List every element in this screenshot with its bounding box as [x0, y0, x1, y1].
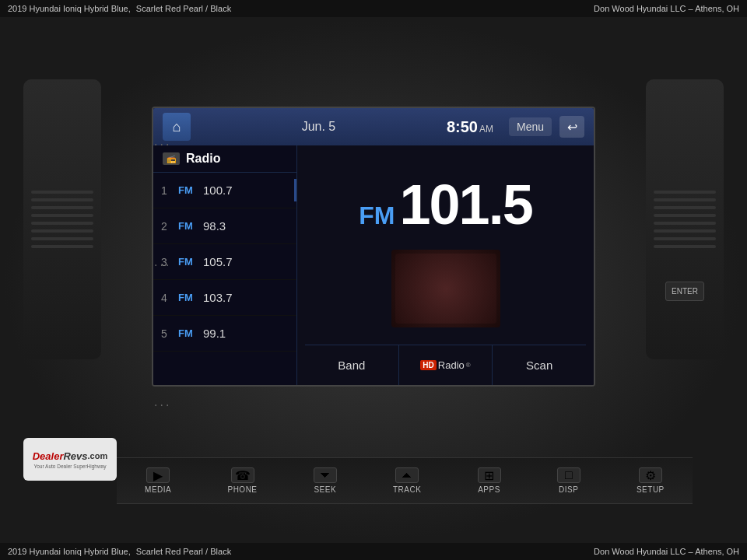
vent-slot — [654, 245, 716, 248]
vent-slot — [31, 191, 93, 194]
current-band: FM — [359, 201, 395, 230]
watermark-tagline: Your Auto Dealer SuperHighway — [34, 464, 107, 469]
right-vent — [646, 79, 724, 359]
preset-band: FM — [178, 184, 200, 196]
dots-left-top: ··· — [154, 138, 171, 152]
watermark-revs: Revs — [63, 450, 87, 462]
seek-button[interactable]: ⏷ SEEK — [314, 467, 337, 494]
vent-slot — [31, 229, 93, 233]
setup-button[interactable]: ⚙ SETUP — [637, 467, 665, 494]
back-button[interactable]: ↩ — [559, 116, 584, 138]
radio-controls: Band HD Radio ® Scan — [305, 345, 586, 385]
header-time: 8:50 — [447, 118, 478, 136]
frequency-display: FM 101.5 — [359, 177, 531, 233]
apps-label: APPS — [478, 485, 500, 494]
bottom-bar: 2019 Hyundai Ioniq Hybrid Blue, Scarlet … — [0, 543, 747, 560]
dashboard-background: ⌂ Jun. 5 8:50 AM Menu ↩ 📻 Radio 1 FM — [0, 17, 747, 543]
preset-band: FM — [178, 327, 200, 339]
seek-icon: ⏷ — [314, 467, 337, 483]
hd-radio-button[interactable]: HD Radio ® — [399, 345, 493, 385]
home-button[interactable]: ⌂ — [163, 113, 191, 141]
vent-slot — [31, 237, 93, 240]
top-bar-left: 2019 Hyundai Ioniq Hybrid Blue, Scarlet … — [8, 4, 231, 13]
preset-item-1[interactable]: 1 FM 100.7 — [153, 173, 296, 208]
station-art — [391, 250, 500, 327]
vent-slot — [654, 214, 716, 217]
bottom-bar-left: 2019 Hyundai Ioniq Hybrid Blue, Scarlet … — [8, 547, 231, 556]
radio-icon: 📻 — [163, 152, 180, 165]
vent-slot — [654, 198, 716, 201]
preset-freq: 105.7 — [203, 255, 233, 268]
watermark-dotcom: .com — [88, 451, 108, 460]
hd-registered-symbol: ® — [466, 362, 471, 369]
left-vent — [23, 79, 101, 359]
preset-freq: 99.1 — [203, 327, 226, 340]
apps-icon: ⊞ — [478, 467, 501, 483]
top-bar: 2019 Hyundai Ioniq Hybrid Blue, Scarlet … — [0, 0, 747, 17]
nowplaying-panel: FM 101.5 Band HD Radio ® — [297, 145, 594, 385]
station-art-inner — [395, 254, 496, 324]
disp-button[interactable]: □ DISP — [557, 467, 580, 494]
hd-radio-label: Radio — [438, 359, 465, 371]
radio-title: 📻 Radio — [153, 145, 296, 173]
track-icon: ⏶ — [395, 467, 419, 483]
disp-label: DISP — [559, 485, 578, 494]
preset-band: FM — [178, 292, 200, 303]
vent-slot — [31, 245, 93, 248]
vent-slot — [654, 237, 716, 240]
presets-panel: 📻 Radio 1 FM 100.7 2 FM 98.3 3 FM — [153, 145, 297, 385]
infotainment-screen: ⌂ Jun. 5 8:50 AM Menu ↩ 📻 Radio 1 FM — [152, 107, 595, 387]
phone-button[interactable]: ☎ PHONE — [227, 467, 257, 494]
preset-item-4[interactable]: 4 FM 103.7 — [153, 280, 296, 316]
bottom-bar-dealer: Don Wood Hyundai LLC – Athens, OH — [594, 547, 739, 556]
hd-badge: HD — [420, 360, 436, 370]
preset-num: 4 — [161, 292, 175, 304]
preset-num: 1 — [161, 184, 175, 197]
screen-body: 📻 Radio 1 FM 100.7 2 FM 98.3 3 FM — [153, 145, 594, 385]
track-button[interactable]: ⏶ TRACK — [393, 467, 421, 494]
enter-button[interactable]: ENTER — [665, 282, 704, 301]
scan-button[interactable]: Scan — [493, 345, 586, 385]
apps-button[interactable]: ⊞ APPS — [478, 467, 501, 494]
preset-band: FM — [178, 256, 200, 268]
menu-button[interactable]: Menu — [509, 117, 552, 136]
preset-freq: 103.7 — [203, 291, 233, 304]
preset-divider — [294, 179, 296, 201]
track-label: TRACK — [393, 485, 421, 494]
vent-slot — [654, 229, 716, 233]
dealerrevs-watermark: Dealer Revs .com Your Auto Dealer SuperH… — [23, 438, 117, 481]
disp-icon: □ — [557, 467, 580, 483]
car-controls-strip: ▶ MEDIA ☎ PHONE ⏷ SEEK ⏶ TRACK ⊞ APPS □ … — [117, 457, 693, 504]
vent-slot — [31, 206, 93, 209]
top-bar-dealer: Don Wood Hyundai LLC – Athens, OH — [594, 4, 739, 13]
vent-slot — [31, 198, 93, 201]
header-date: Jun. 5 — [198, 120, 439, 134]
preset-item-3[interactable]: 3 FM 105.7 — [153, 244, 296, 280]
vent-slot — [654, 191, 716, 194]
vent-slot — [654, 206, 716, 209]
media-button[interactable]: ▶ MEDIA — [145, 467, 171, 494]
media-icon: ▶ — [146, 467, 170, 483]
watermark-logo: Dealer — [33, 450, 64, 462]
phone-label: PHONE — [227, 485, 257, 494]
band-button[interactable]: Band — [305, 345, 399, 385]
dots-left-mid: ··· — [154, 258, 171, 272]
vent-slot — [31, 214, 93, 217]
vent-slot — [31, 222, 93, 225]
current-frequency: 101.5 — [400, 177, 532, 233]
phone-icon: ☎ — [231, 467, 254, 483]
media-label: MEDIA — [145, 485, 171, 494]
preset-freq: 100.7 — [203, 184, 233, 197]
preset-num: 5 — [161, 327, 175, 340]
preset-item-5[interactable]: 5 FM 99.1 — [153, 316, 296, 352]
setup-icon: ⚙ — [639, 467, 662, 483]
preset-item-2[interactable]: 2 FM 98.3 — [153, 208, 296, 244]
preset-freq: 98.3 — [203, 219, 226, 233]
dots-left-bottom: ··· — [154, 398, 171, 412]
header-ampm: AM — [479, 124, 493, 135]
screen-header: ⌂ Jun. 5 8:50 AM Menu ↩ — [153, 108, 594, 145]
preset-band: FM — [178, 220, 200, 232]
vent-slot — [654, 222, 716, 225]
hd-radio-logo: HD Radio ® — [420, 359, 470, 371]
preset-num: 2 — [161, 220, 175, 233]
